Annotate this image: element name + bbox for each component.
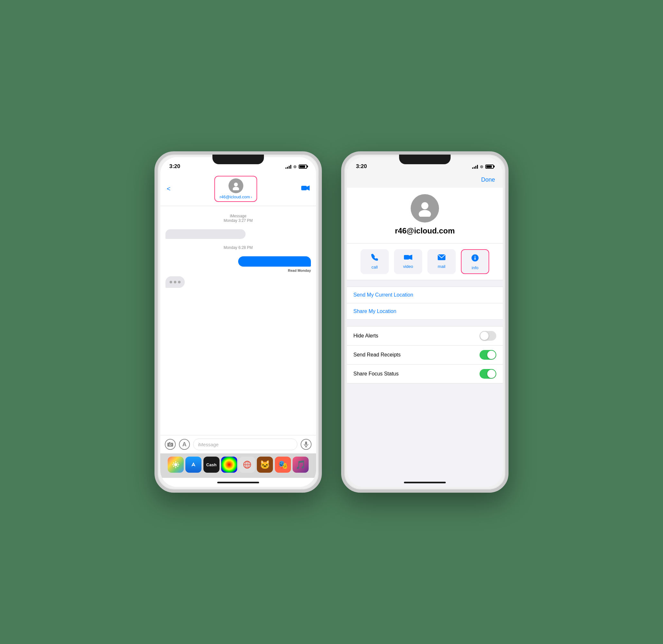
person-icon-large xyxy=(416,200,433,217)
back-button[interactable]: < xyxy=(167,185,170,193)
battery-icon-1 xyxy=(299,164,307,169)
typing-dot-1 xyxy=(169,281,172,283)
typing-indicator xyxy=(165,276,185,288)
svg-rect-27 xyxy=(404,255,409,260)
svg-point-0 xyxy=(234,183,238,186)
read-receipt: Read Monday xyxy=(165,269,311,272)
dock-circles[interactable] xyxy=(221,457,237,473)
video-button[interactable]: video xyxy=(394,249,422,274)
screen-2: 3:20 ⊛ Done xyxy=(347,157,503,487)
dock-cat1[interactable]: 🐱 xyxy=(257,457,273,473)
messages-body: iMessage Monday 3:27 PM Monday 6:28 PM R… xyxy=(160,206,316,435)
settings-section: Hide Alerts Send Read Receipts Share Foc… xyxy=(347,326,503,383)
battery-icon-2 xyxy=(485,164,494,169)
signal-bar-8 xyxy=(477,165,478,169)
send-read-receipts-label: Send Read Receipts xyxy=(353,352,401,358)
signal-bar-1 xyxy=(285,168,287,169)
home-bar-1 xyxy=(217,482,259,483)
send-read-receipts-item: Send Read Receipts xyxy=(347,346,503,364)
contact-avatar-large xyxy=(411,194,439,222)
signal-bars-2 xyxy=(472,164,478,169)
video-label: video xyxy=(403,264,413,269)
app-dock: Cash 🐱 🎭 🎵 xyxy=(160,453,316,478)
home-indicator-1 xyxy=(160,478,316,487)
svg-rect-19 xyxy=(177,466,179,467)
info-header: Done xyxy=(347,173,503,188)
contact-avatar-small xyxy=(229,178,243,193)
globe-icon xyxy=(243,460,252,469)
dock-appstore[interactable] xyxy=(185,457,202,473)
signal-bar-5 xyxy=(472,168,473,169)
dock-music[interactable]: 🎵 xyxy=(293,457,308,473)
status-icons-1: ⊛ xyxy=(285,164,307,169)
svg-point-31 xyxy=(475,256,476,257)
video-icon xyxy=(301,185,310,191)
svg-point-25 xyxy=(421,202,428,209)
hide-alerts-item: Hide Alerts xyxy=(347,327,503,346)
signal-bar-3 xyxy=(289,166,290,169)
send-read-receipts-thumb xyxy=(487,351,496,359)
share-focus-status-toggle[interactable] xyxy=(480,369,496,379)
apps-button[interactable]: A xyxy=(179,439,190,450)
dock-photos[interactable] xyxy=(168,457,184,473)
send-read-receipts-toggle[interactable] xyxy=(480,350,496,360)
message-bubble-incoming-1 xyxy=(165,229,246,239)
dock-cash[interactable]: Cash xyxy=(203,457,220,473)
call-label: call xyxy=(371,265,378,269)
camera-icon xyxy=(167,442,173,447)
status-icons-2: ⊛ xyxy=(472,164,494,169)
svg-point-1 xyxy=(233,187,239,190)
audio-button[interactable] xyxy=(301,439,312,450)
typing-dot-3 xyxy=(178,281,181,283)
hide-alerts-thumb xyxy=(480,332,488,340)
svg-rect-17 xyxy=(177,462,179,464)
signal-bar-6 xyxy=(474,167,475,169)
notch xyxy=(212,155,264,164)
share-focus-status-label: Share Focus Status xyxy=(353,371,399,377)
home-bar-2 xyxy=(404,482,446,483)
hide-alerts-toggle[interactable] xyxy=(480,331,496,341)
message-bubble-outgoing-1 xyxy=(238,256,311,267)
svg-rect-14 xyxy=(172,464,174,465)
signal-bars-1 xyxy=(285,164,291,169)
svg-marker-3 xyxy=(307,185,310,191)
svg-rect-13 xyxy=(176,467,176,468)
mail-button[interactable]: mail xyxy=(428,249,456,274)
date-label-2: Monday 6:28 PM xyxy=(165,245,311,250)
svg-rect-15 xyxy=(178,464,179,465)
svg-rect-8 xyxy=(305,442,307,445)
svg-rect-2 xyxy=(301,186,307,190)
status-time-2: 3:20 xyxy=(356,163,367,170)
done-button[interactable]: Done xyxy=(481,176,495,183)
wifi-icon-2: ⊛ xyxy=(480,164,483,169)
svg-point-26 xyxy=(419,210,431,217)
dock-globe[interactable] xyxy=(239,457,255,473)
info-screen: Done r46@icloud.com xyxy=(347,173,503,478)
info-button[interactable]: info xyxy=(461,249,489,274)
appstore-icon xyxy=(189,461,198,469)
microphone-icon xyxy=(304,442,308,447)
info-icon xyxy=(472,254,479,263)
signal-bar-2 xyxy=(287,167,288,169)
svg-rect-16 xyxy=(173,462,175,464)
location-section: Send My Current Location Share My Locati… xyxy=(347,287,503,320)
svg-point-6 xyxy=(169,444,171,445)
dock-cat2[interactable]: 🎭 xyxy=(275,457,291,473)
home-indicator-2 xyxy=(347,478,503,487)
call-button[interactable]: call xyxy=(361,249,389,274)
notch-2 xyxy=(399,155,451,164)
video-call-button[interactable] xyxy=(301,185,310,193)
contact-header-button[interactable]: r46@icloud.com › xyxy=(214,176,257,202)
svg-point-11 xyxy=(174,463,177,466)
share-location-button[interactable]: Share My Location xyxy=(347,303,503,319)
svg-rect-12 xyxy=(176,461,176,463)
send-location-button[interactable]: Send My Current Location xyxy=(347,287,503,303)
share-focus-status-thumb xyxy=(487,370,496,378)
input-bar: A iMessage xyxy=(160,435,316,453)
camera-button[interactable] xyxy=(165,439,176,450)
message-input[interactable]: iMessage xyxy=(193,439,297,450)
phone-1: 3:20 ⊛ < xyxy=(155,151,322,493)
video-action-icon xyxy=(404,254,412,262)
photos-icon xyxy=(172,461,180,469)
action-buttons: call video xyxy=(347,243,503,280)
